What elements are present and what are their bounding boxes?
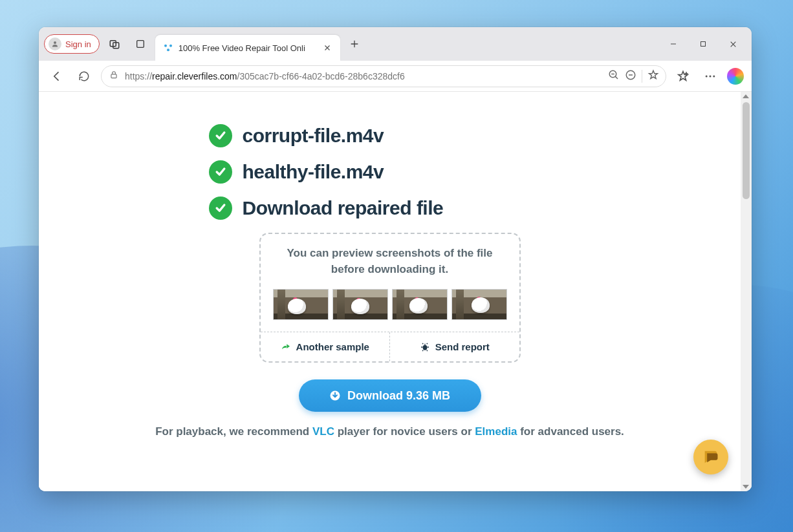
page-content: corrupt-file.m4v healthy-file.m4v Downlo… <box>39 92 741 491</box>
preview-actions: Another sample Send report <box>261 332 519 361</box>
step-healthy-file: healthy-file.m4v <box>209 160 571 184</box>
preview-thumbnail[interactable] <box>273 289 329 320</box>
browser-toolbar: https://repair.cleverfiles.com/305cac7b-… <box>39 61 752 92</box>
svg-rect-8 <box>111 74 116 78</box>
another-sample-label: Another sample <box>296 341 369 352</box>
favorites-button[interactable] <box>673 66 693 87</box>
check-icon <box>209 197 232 220</box>
refresh-button[interactable] <box>74 66 94 87</box>
vlc-link[interactable]: VLC <box>312 425 334 438</box>
send-report-label: Send report <box>435 341 490 352</box>
step-list: corrupt-file.m4v healthy-file.m4v Downlo… <box>209 124 571 220</box>
window-controls <box>658 32 748 56</box>
recommend-text: For playback, we recommend VLC player fo… <box>65 423 715 440</box>
sign-in-button[interactable]: Sign in <box>44 34 100 54</box>
download-button[interactable]: Download 9.36 MB <box>299 379 481 412</box>
preview-text: You can preview screenshots of the file … <box>272 246 508 277</box>
preview-thumbnail[interactable] <box>332 289 388 320</box>
check-icon <box>209 124 232 147</box>
browser-tab[interactable]: 100% Free Video Repair Tool Onli <box>155 35 340 61</box>
svg-point-12 <box>710 75 712 77</box>
address-bar[interactable]: https://repair.cleverfiles.com/305cac7b-… <box>101 65 666 87</box>
url-scheme: https:// <box>125 71 152 81</box>
recommend-mid: player for novice users or <box>334 425 475 438</box>
recommend-post: for advanced users. <box>517 425 624 438</box>
page-viewport: corrupt-file.m4v healthy-file.m4v Downlo… <box>39 92 752 491</box>
check-icon <box>209 160 232 184</box>
svg-point-5 <box>169 45 172 47</box>
another-sample-button[interactable]: Another sample <box>261 332 390 361</box>
url-host: repair.cleverfiles.com <box>152 71 237 81</box>
copilot-button[interactable] <box>727 68 744 85</box>
svg-point-4 <box>164 45 167 47</box>
chat-button[interactable] <box>693 440 728 474</box>
svg-point-16 <box>422 345 427 350</box>
maximize-button[interactable] <box>688 32 718 56</box>
menu-button[interactable] <box>700 66 721 87</box>
tab-strip: Sign in 100% Free Video Repair Tool Onli <box>39 27 752 61</box>
minimize-button[interactable] <box>658 32 688 56</box>
svg-point-0 <box>54 41 56 44</box>
tab-title: 100% Free Video Repair Tool Onli <box>179 43 316 53</box>
send-report-button[interactable]: Send report <box>389 332 519 361</box>
zoom-out-icon[interactable] <box>608 69 620 83</box>
preview-thumbnails <box>272 289 508 320</box>
svg-rect-7 <box>701 42 706 47</box>
preview-box: You can preview screenshots of the file … <box>259 233 521 363</box>
close-window-button[interactable] <box>718 32 748 56</box>
favicon-icon <box>163 43 173 53</box>
workspaces-button[interactable] <box>103 33 125 55</box>
step-title: Download repaired file <box>243 197 444 219</box>
url-path: /305cac7b-cf66-4a02-bcd6-28b6c328dcf6 <box>237 71 405 81</box>
tab-actions-button[interactable] <box>129 33 151 55</box>
step-corrupt-file: corrupt-file.m4v <box>209 124 571 147</box>
recommend-pre: For playback, we recommend <box>155 425 312 438</box>
svg-point-6 <box>167 48 169 51</box>
reader-mode-icon[interactable] <box>625 69 636 83</box>
svg-rect-3 <box>136 41 144 48</box>
avatar-icon <box>49 37 61 50</box>
sign-in-label: Sign in <box>65 39 91 49</box>
scrollbar-thumb[interactable] <box>743 102 750 199</box>
scrollbar[interactable] <box>741 92 752 491</box>
download-label: Download 9.36 MB <box>347 389 450 403</box>
elmedia-link[interactable]: Elmedia <box>475 425 517 438</box>
tab-close-button[interactable] <box>321 41 334 54</box>
step-title: healthy-file.m4v <box>243 161 384 183</box>
preview-thumbnail[interactable] <box>392 289 448 320</box>
preview-thumbnail[interactable] <box>451 289 507 320</box>
svg-point-13 <box>713 75 715 77</box>
lock-icon <box>109 70 118 82</box>
step-title: corrupt-file.m4v <box>243 125 384 147</box>
back-button[interactable] <box>47 66 67 87</box>
step-download: Download repaired file <box>209 197 571 220</box>
address-bar-actions <box>608 69 659 83</box>
browser-window: Sign in 100% Free Video Repair Tool Onli <box>39 27 752 491</box>
url-text: https://repair.cleverfiles.com/305cac7b-… <box>125 71 602 81</box>
new-tab-button[interactable] <box>344 34 365 54</box>
separator <box>642 70 642 83</box>
svg-point-11 <box>706 75 708 77</box>
favorite-icon[interactable] <box>647 69 659 83</box>
